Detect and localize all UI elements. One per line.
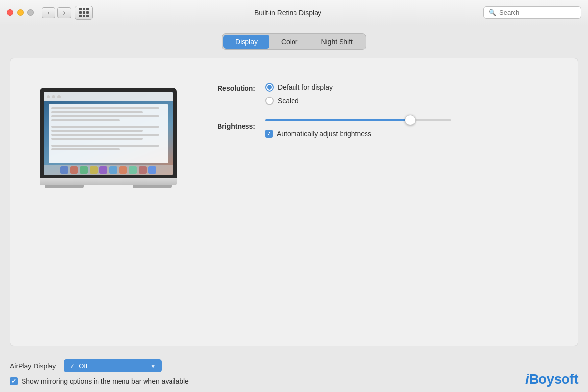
brightness-row: Brightness: ✓ Automatically adjust brigh… <box>206 115 548 138</box>
forward-icon: › <box>63 8 65 17</box>
dropdown-check-icon: ✓ <box>70 362 75 369</box>
settings-side: Resolution: Default for display Scaled B… <box>206 78 548 138</box>
screen-toolbar <box>44 92 173 101</box>
slider-fill <box>265 119 410 121</box>
titlebar: ‹ › Built-in Retina Display 🔍 <box>0 0 588 25</box>
airplay-value: Off <box>79 362 147 369</box>
search-icon: 🔍 <box>489 9 496 16</box>
screen-content <box>44 92 173 175</box>
radio-default-for-display[interactable]: Default for display <box>265 83 333 92</box>
slider-thumb[interactable] <box>405 115 416 125</box>
search-input[interactable] <box>499 9 576 16</box>
tab-color[interactable]: Color <box>270 35 309 49</box>
maximize-button[interactable] <box>27 9 34 16</box>
back-icon: ‹ <box>47 8 49 17</box>
tabs: Display Color Night Shift <box>222 33 366 50</box>
laptop-screen-inner <box>44 92 173 175</box>
grid-view-button[interactable] <box>75 6 93 20</box>
iboysoft-text: Boysoft <box>529 371 578 387</box>
brightness-slider[interactable] <box>265 115 451 125</box>
auto-brightness-row[interactable]: ✓ Automatically adjust brightness <box>265 130 451 138</box>
radio-default-circle <box>265 83 274 92</box>
radio-scaled-label: Scaled <box>278 97 299 105</box>
resolution-label: Resolution: <box>206 83 255 92</box>
tab-night-shift[interactable]: Night Shift <box>309 35 365 49</box>
tabs-container: Display Color Night Shift <box>10 33 578 50</box>
screen-doc-area <box>49 104 168 163</box>
mirroring-checkmark-icon: ✓ <box>11 378 16 385</box>
bottom-bar: AirPlay Display ✓ Off ▼ ✓ Show mirroring… <box>0 354 588 392</box>
tab-display[interactable]: Display <box>223 35 270 49</box>
resolution-row: Resolution: Default for display Scaled <box>206 83 548 105</box>
laptop-screen-outer <box>40 88 177 178</box>
chevron-down-icon: ▼ <box>150 363 156 369</box>
show-mirroring-checkbox[interactable]: ✓ <box>10 377 18 385</box>
window-title: Built-in Retina Display <box>93 9 483 17</box>
forward-button[interactable]: › <box>57 7 71 18</box>
airplay-row: AirPlay Display ✓ Off ▼ <box>10 359 162 372</box>
show-mirroring-container: ✓ Show mirroring options in the menu bar… <box>10 377 189 385</box>
auto-brightness-label: Automatically adjust brightness <box>277 130 371 138</box>
auto-brightness-checkbox[interactable]: ✓ <box>265 130 273 138</box>
radio-scaled[interactable]: Scaled <box>265 97 333 105</box>
radio-default-label: Default for display <box>278 83 333 91</box>
window-controls <box>7 9 34 16</box>
airplay-display-label: AirPlay Display <box>10 362 56 370</box>
airplay-dropdown[interactable]: ✓ Off ▼ <box>64 359 162 372</box>
search-box[interactable]: 🔍 <box>483 6 581 19</box>
screen-dock <box>44 165 173 175</box>
main-content: Display Color Night Shift <box>0 25 588 354</box>
iboysoft-logo: iBoysoft <box>525 371 578 387</box>
minimize-button[interactable] <box>17 9 24 16</box>
radio-scaled-circle <box>265 97 274 105</box>
back-button[interactable]: ‹ <box>42 7 55 18</box>
laptop <box>40 88 177 188</box>
content-panel: Resolution: Default for display Scaled B… <box>10 58 578 346</box>
laptop-feet <box>40 185 177 188</box>
resolution-controls: Default for display Scaled <box>265 83 333 105</box>
nav-buttons: ‹ › <box>42 7 71 18</box>
brightness-controls: ✓ Automatically adjust brightness <box>265 115 451 138</box>
grid-icon <box>79 8 89 17</box>
brightness-label: Brightness: <box>206 122 255 130</box>
show-mirroring-label: Show mirroring options in the menu bar w… <box>22 377 189 385</box>
checkmark-icon: ✓ <box>267 131 271 137</box>
laptop-illustration <box>40 78 177 188</box>
slider-track <box>265 119 451 121</box>
close-button[interactable] <box>7 9 13 16</box>
laptop-base <box>40 178 177 185</box>
